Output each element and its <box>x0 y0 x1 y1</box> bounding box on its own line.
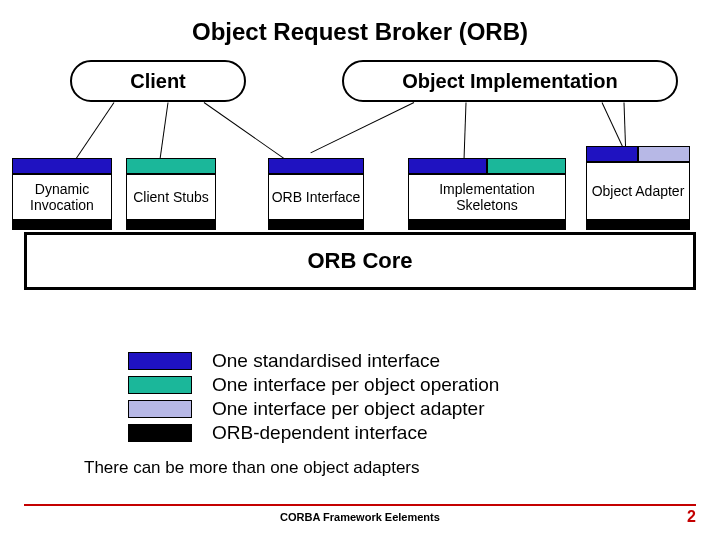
cap-icon <box>12 158 112 174</box>
legend-swatch-icon <box>128 424 192 442</box>
legend: One standardised interface One interface… <box>128 350 720 444</box>
component-orb-interface: ORB Interface <box>268 158 364 230</box>
connector-line <box>310 102 414 153</box>
underbar-icon <box>408 220 566 230</box>
connector-line <box>463 102 466 162</box>
orb-diagram: Client Object Implementation Dynamic Inv… <box>24 60 696 320</box>
legend-swatch-icon <box>128 352 192 370</box>
page-number: 2 <box>666 508 696 526</box>
underbar-icon <box>268 220 364 230</box>
legend-row: One interface per object adapter <box>128 398 720 420</box>
legend-label: One standardised interface <box>212 350 440 372</box>
legend-swatch-icon <box>128 376 192 394</box>
cap-icon <box>638 146 690 162</box>
legend-row: One interface per object operation <box>128 374 720 396</box>
component-implementation-skeletons: Implementation Skeletons <box>408 158 566 230</box>
cap-icon <box>586 146 638 162</box>
cap-icon <box>487 158 566 174</box>
legend-label: ORB-dependent interface <box>212 422 427 444</box>
orb-core-box: ORB Core <box>24 232 696 290</box>
underbar-icon <box>126 220 216 230</box>
legend-row: One standardised interface <box>128 350 720 372</box>
component-client-stubs: Client Stubs <box>126 158 216 230</box>
component-label: Object Adapter <box>586 162 690 220</box>
slide-footer: CORBA Framework Eelements 2 <box>24 504 696 526</box>
underbar-icon <box>586 220 690 230</box>
legend-swatch-icon <box>128 400 192 418</box>
component-dynamic-invocation: Dynamic Invocation <box>12 158 112 230</box>
footer-divider <box>24 504 696 506</box>
component-label: Client Stubs <box>126 174 216 220</box>
footer-title: CORBA Framework Eelements <box>54 511 666 523</box>
legend-label: One interface per object adapter <box>212 398 485 420</box>
legend-label: One interface per object operation <box>212 374 499 396</box>
cap-icon <box>268 158 364 174</box>
legend-row: ORB-dependent interface <box>128 422 720 444</box>
connector-line <box>159 102 168 160</box>
component-label: ORB Interface <box>268 174 364 220</box>
underbar-icon <box>12 220 112 230</box>
client-box: Client <box>70 60 246 102</box>
component-label: Dynamic Invocation <box>12 174 112 220</box>
component-label: Implementation Skeletons <box>408 174 566 220</box>
cap-icon <box>126 158 216 174</box>
object-implementation-box: Object Implementation <box>342 60 678 102</box>
footnote-text: There can be more than one object adapte… <box>84 458 720 478</box>
component-object-adapter: Object Adapter <box>586 146 690 230</box>
cap-icon <box>408 158 487 174</box>
slide-title: Object Request Broker (ORB) <box>0 0 720 46</box>
